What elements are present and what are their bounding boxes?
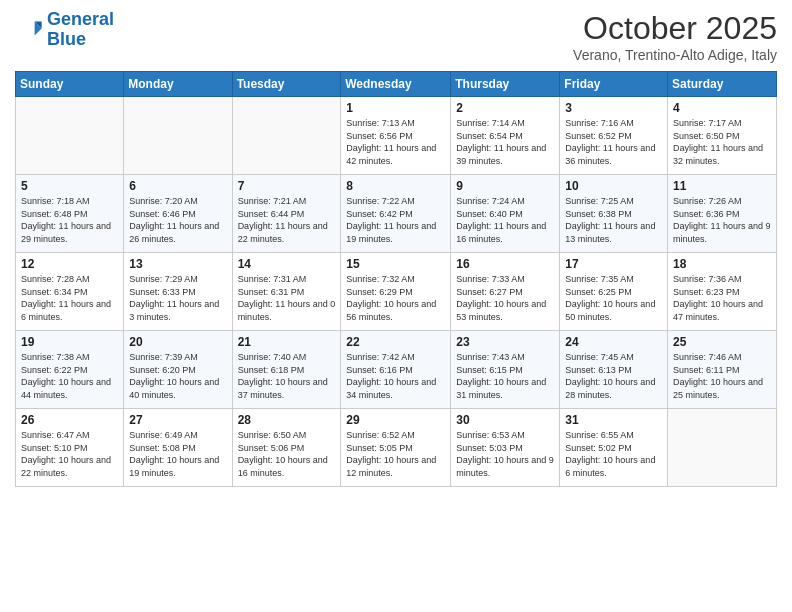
day-number: 25 <box>673 335 771 349</box>
weekday-header-monday: Monday <box>124 72 232 97</box>
day-info: Sunrise: 7:22 AM Sunset: 6:42 PM Dayligh… <box>346 195 445 245</box>
weekday-header-thursday: Thursday <box>451 72 560 97</box>
logo-icon <box>15 16 43 44</box>
day-info: Sunrise: 7:35 AM Sunset: 6:25 PM Dayligh… <box>565 273 662 323</box>
day-info: Sunrise: 7:42 AM Sunset: 6:16 PM Dayligh… <box>346 351 445 401</box>
calendar-cell: 25Sunrise: 7:46 AM Sunset: 6:11 PM Dayli… <box>668 331 777 409</box>
calendar-cell: 6Sunrise: 7:20 AM Sunset: 6:46 PM Daylig… <box>124 175 232 253</box>
day-number: 5 <box>21 179 118 193</box>
calendar-cell: 3Sunrise: 7:16 AM Sunset: 6:52 PM Daylig… <box>560 97 668 175</box>
calendar-cell: 1Sunrise: 7:13 AM Sunset: 6:56 PM Daylig… <box>341 97 451 175</box>
day-info: Sunrise: 6:50 AM Sunset: 5:06 PM Dayligh… <box>238 429 336 479</box>
calendar-cell: 2Sunrise: 7:14 AM Sunset: 6:54 PM Daylig… <box>451 97 560 175</box>
day-number: 21 <box>238 335 336 349</box>
week-row-4: 26Sunrise: 6:47 AM Sunset: 5:10 PM Dayli… <box>16 409 777 487</box>
logo-general: General <box>47 9 114 29</box>
day-info: Sunrise: 6:49 AM Sunset: 5:08 PM Dayligh… <box>129 429 226 479</box>
calendar-cell: 16Sunrise: 7:33 AM Sunset: 6:27 PM Dayli… <box>451 253 560 331</box>
logo-text: General Blue <box>47 10 114 50</box>
calendar-cell <box>16 97 124 175</box>
calendar-cell: 22Sunrise: 7:42 AM Sunset: 6:16 PM Dayli… <box>341 331 451 409</box>
day-number: 18 <box>673 257 771 271</box>
day-number: 4 <box>673 101 771 115</box>
weekday-header-tuesday: Tuesday <box>232 72 341 97</box>
day-info: Sunrise: 7:32 AM Sunset: 6:29 PM Dayligh… <box>346 273 445 323</box>
day-number: 14 <box>238 257 336 271</box>
day-info: Sunrise: 7:16 AM Sunset: 6:52 PM Dayligh… <box>565 117 662 167</box>
calendar-cell: 12Sunrise: 7:28 AM Sunset: 6:34 PM Dayli… <box>16 253 124 331</box>
day-info: Sunrise: 7:26 AM Sunset: 6:36 PM Dayligh… <box>673 195 771 245</box>
calendar-cell: 27Sunrise: 6:49 AM Sunset: 5:08 PM Dayli… <box>124 409 232 487</box>
logo: General Blue <box>15 10 114 50</box>
calendar-cell: 21Sunrise: 7:40 AM Sunset: 6:18 PM Dayli… <box>232 331 341 409</box>
day-info: Sunrise: 7:14 AM Sunset: 6:54 PM Dayligh… <box>456 117 554 167</box>
weekday-header-wednesday: Wednesday <box>341 72 451 97</box>
day-number: 8 <box>346 179 445 193</box>
day-info: Sunrise: 7:45 AM Sunset: 6:13 PM Dayligh… <box>565 351 662 401</box>
day-info: Sunrise: 7:18 AM Sunset: 6:48 PM Dayligh… <box>21 195 118 245</box>
calendar-cell <box>232 97 341 175</box>
calendar-cell: 4Sunrise: 7:17 AM Sunset: 6:50 PM Daylig… <box>668 97 777 175</box>
day-info: Sunrise: 6:53 AM Sunset: 5:03 PM Dayligh… <box>456 429 554 479</box>
day-info: Sunrise: 7:13 AM Sunset: 6:56 PM Dayligh… <box>346 117 445 167</box>
calendar-cell <box>124 97 232 175</box>
weekday-header-friday: Friday <box>560 72 668 97</box>
calendar-table: SundayMondayTuesdayWednesdayThursdayFrid… <box>15 71 777 487</box>
day-number: 16 <box>456 257 554 271</box>
day-number: 24 <box>565 335 662 349</box>
day-info: Sunrise: 7:17 AM Sunset: 6:50 PM Dayligh… <box>673 117 771 167</box>
day-number: 2 <box>456 101 554 115</box>
day-info: Sunrise: 6:52 AM Sunset: 5:05 PM Dayligh… <box>346 429 445 479</box>
day-number: 26 <box>21 413 118 427</box>
calendar-cell: 9Sunrise: 7:24 AM Sunset: 6:40 PM Daylig… <box>451 175 560 253</box>
calendar-cell: 11Sunrise: 7:26 AM Sunset: 6:36 PM Dayli… <box>668 175 777 253</box>
day-number: 1 <box>346 101 445 115</box>
week-row-1: 5Sunrise: 7:18 AM Sunset: 6:48 PM Daylig… <box>16 175 777 253</box>
calendar-cell: 19Sunrise: 7:38 AM Sunset: 6:22 PM Dayli… <box>16 331 124 409</box>
day-number: 9 <box>456 179 554 193</box>
week-row-2: 12Sunrise: 7:28 AM Sunset: 6:34 PM Dayli… <box>16 253 777 331</box>
calendar-cell: 28Sunrise: 6:50 AM Sunset: 5:06 PM Dayli… <box>232 409 341 487</box>
day-number: 15 <box>346 257 445 271</box>
calendar-cell: 17Sunrise: 7:35 AM Sunset: 6:25 PM Dayli… <box>560 253 668 331</box>
calendar-cell: 5Sunrise: 7:18 AM Sunset: 6:48 PM Daylig… <box>16 175 124 253</box>
day-number: 10 <box>565 179 662 193</box>
day-number: 30 <box>456 413 554 427</box>
day-info: Sunrise: 7:31 AM Sunset: 6:31 PM Dayligh… <box>238 273 336 323</box>
calendar-cell: 14Sunrise: 7:31 AM Sunset: 6:31 PM Dayli… <box>232 253 341 331</box>
calendar-cell: 31Sunrise: 6:55 AM Sunset: 5:02 PM Dayli… <box>560 409 668 487</box>
day-info: Sunrise: 7:20 AM Sunset: 6:46 PM Dayligh… <box>129 195 226 245</box>
calendar-cell <box>668 409 777 487</box>
day-info: Sunrise: 7:40 AM Sunset: 6:18 PM Dayligh… <box>238 351 336 401</box>
day-info: Sunrise: 7:38 AM Sunset: 6:22 PM Dayligh… <box>21 351 118 401</box>
day-number: 22 <box>346 335 445 349</box>
calendar-cell: 10Sunrise: 7:25 AM Sunset: 6:38 PM Dayli… <box>560 175 668 253</box>
day-info: Sunrise: 7:36 AM Sunset: 6:23 PM Dayligh… <box>673 273 771 323</box>
day-number: 29 <box>346 413 445 427</box>
day-info: Sunrise: 7:33 AM Sunset: 6:27 PM Dayligh… <box>456 273 554 323</box>
day-number: 23 <box>456 335 554 349</box>
calendar-cell: 23Sunrise: 7:43 AM Sunset: 6:15 PM Dayli… <box>451 331 560 409</box>
day-info: Sunrise: 6:47 AM Sunset: 5:10 PM Dayligh… <box>21 429 118 479</box>
day-info: Sunrise: 7:46 AM Sunset: 6:11 PM Dayligh… <box>673 351 771 401</box>
title-block: October 2025 Verano, Trentino-Alto Adige… <box>573 10 777 63</box>
day-number: 11 <box>673 179 771 193</box>
calendar-cell: 20Sunrise: 7:39 AM Sunset: 6:20 PM Dayli… <box>124 331 232 409</box>
logo-blue: Blue <box>47 29 86 49</box>
calendar-cell: 24Sunrise: 7:45 AM Sunset: 6:13 PM Dayli… <box>560 331 668 409</box>
day-number: 19 <box>21 335 118 349</box>
calendar-page: General Blue October 2025 Verano, Trenti… <box>0 0 792 612</box>
day-info: Sunrise: 7:24 AM Sunset: 6:40 PM Dayligh… <box>456 195 554 245</box>
weekday-header-sunday: Sunday <box>16 72 124 97</box>
weekday-header-row: SundayMondayTuesdayWednesdayThursdayFrid… <box>16 72 777 97</box>
day-number: 12 <box>21 257 118 271</box>
day-info: Sunrise: 7:29 AM Sunset: 6:33 PM Dayligh… <box>129 273 226 323</box>
calendar-cell: 29Sunrise: 6:52 AM Sunset: 5:05 PM Dayli… <box>341 409 451 487</box>
month-title: October 2025 <box>573 10 777 47</box>
calendar-cell: 13Sunrise: 7:29 AM Sunset: 6:33 PM Dayli… <box>124 253 232 331</box>
day-number: 20 <box>129 335 226 349</box>
day-info: Sunrise: 7:43 AM Sunset: 6:15 PM Dayligh… <box>456 351 554 401</box>
calendar-cell: 26Sunrise: 6:47 AM Sunset: 5:10 PM Dayli… <box>16 409 124 487</box>
day-info: Sunrise: 7:25 AM Sunset: 6:38 PM Dayligh… <box>565 195 662 245</box>
day-number: 17 <box>565 257 662 271</box>
